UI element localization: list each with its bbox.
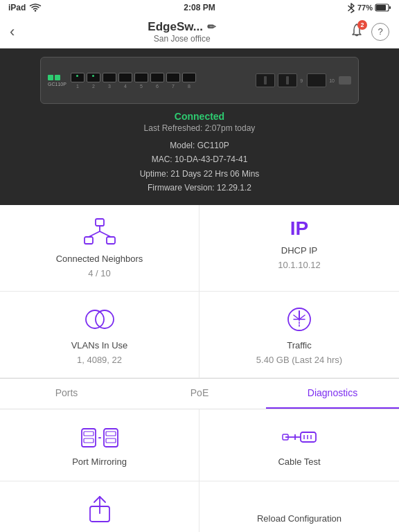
port-mirroring-cell[interactable]: Port Mirroring [0,409,200,481]
connection-status: Connected Last Refreshed: 2:07pm today [11,111,388,133]
svg-rect-5 [107,237,115,244]
svg-rect-24 [106,432,116,436]
tab-diagnostics[interactable]: Diagnostics [266,379,399,409]
neighbors-cell[interactable]: Connected Neighbors 4 / 10 [0,205,200,292]
carrier-label: iPad [8,3,26,12]
tab-bar: Ports PoE Diagnostics [0,379,399,409]
svg-rect-20 [84,438,94,443]
status-bar-right: 77% [348,3,391,12]
neighbors-label: Connected Neighbors [56,254,143,264]
status-bar-left: iPad [8,3,41,12]
vlans-cell[interactable]: VLANs In Use 1, 4089, 22 [0,292,200,378]
nav-subtitle: San Jose office [154,34,211,44]
svg-rect-2 [389,6,391,9]
svg-line-14 [294,315,299,319]
device-info: Model: GC110P MAC: 10-DA-43-D7-74-41 Upt… [11,139,388,195]
status-bar-time: 2:08 PM [184,3,215,12]
traffic-icon [283,304,316,335]
vlans-icon [83,304,116,335]
svg-line-15 [299,315,305,319]
notification-badge: 2 [357,20,367,30]
battery-icon [375,3,391,12]
nav-center: EdgeSw... ✏ San Jose office [148,20,216,44]
last-refresh: Last Refreshed: 2:07pm today [11,123,388,133]
device-model-line: Model: GC110P [11,139,388,152]
reload-config-label: Reload Configuration [257,513,342,524]
svg-point-9 [86,310,104,328]
ip-label: DHCP IP [281,245,318,256]
help-button[interactable]: ? [371,23,389,41]
tab-ports[interactable]: Ports [0,379,133,409]
neighbors-value: 4 / 10 [88,268,111,278]
svg-rect-19 [84,432,94,436]
ip-cell[interactable]: IP DHCP IP 10.1.10.12 [200,205,399,292]
share-diagnostics-cell[interactable]: Share Diagnostics [0,481,200,532]
diagnostics-grid: Port Mirroring Cable Test Share Diagnost… [0,409,399,532]
svg-rect-1 [376,5,386,10]
vlans-value: 1, 4089, 22 [77,355,122,365]
svg-line-7 [89,231,100,237]
neighbors-icon [83,218,116,248]
svg-point-10 [96,310,114,328]
bell-button[interactable]: 2 [349,23,364,40]
battery-label: 77% [357,3,373,12]
share-diag-icon [86,495,114,526]
svg-rect-4 [85,237,93,244]
tab-poe[interactable]: PoE [133,379,266,409]
vlans-label: VLANs In Use [71,340,128,351]
port-mirror-icon [80,423,119,451]
wifi-icon [30,3,41,12]
nav-title-row: EdgeSw... ✏ [148,20,216,34]
cable-test-label: Cable Test [278,456,320,467]
traffic-value: 5.40 GB (Last 24 hrs) [256,355,342,365]
device-uptime-line: Uptime: 21 Days 22 Hrs 06 Mins [11,167,388,181]
bluetooth-icon [348,3,355,12]
status-bar: iPad 2:08 PM 77% [0,0,399,15]
svg-rect-3 [96,219,104,226]
nav-bar: ‹ EdgeSw... ✏ San Jose office 2 ? [0,15,399,48]
traffic-label: Traffic [287,340,311,351]
svg-rect-25 [106,438,116,443]
back-button[interactable]: ‹ [10,23,15,41]
reload-config-cell[interactable]: Reload Configuration [200,481,399,532]
device-banner: GC110P 1 2 3 4 [0,48,399,205]
nav-left: ‹ [10,23,15,41]
svg-line-8 [100,231,111,237]
cable-test-icon [280,423,319,451]
cable-test-cell[interactable]: Cable Test [200,409,399,481]
traffic-cell[interactable]: Traffic 5.40 GB (Last 24 hrs) [200,292,399,378]
device-title: EdgeSw... [148,20,203,34]
nav-right: 2 ? [349,23,389,41]
port-mirroring-label: Port Mirroring [72,456,127,467]
ip-value: 10.1.10.12 [278,260,320,270]
info-grid: Connected Neighbors 4 / 10 IP DHCP IP 10… [0,205,399,379]
ip-main-label: IP [290,218,308,240]
svg-rect-26 [301,432,316,442]
edit-icon[interactable]: ✏ [207,21,216,33]
device-image: GC110P 1 2 3 4 [40,57,359,104]
device-firmware-line: Firmware Version: 12.29.1.2 [11,181,388,195]
device-mac-line: MAC: 10-DA-43-D7-74-41 [11,152,388,166]
